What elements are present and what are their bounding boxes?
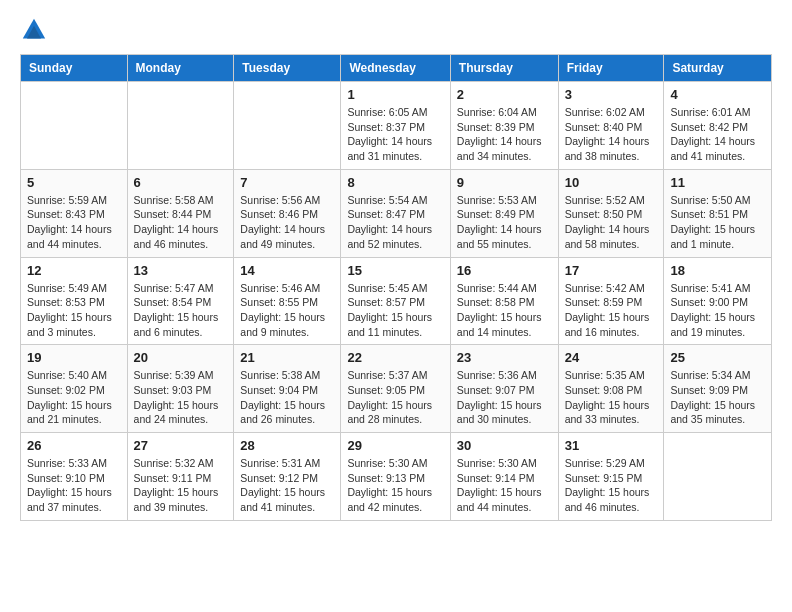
day-number: 7 — [240, 175, 334, 190]
calendar-cell: 19Sunrise: 5:40 AMSunset: 9:02 PMDayligh… — [21, 345, 128, 433]
day-number: 6 — [134, 175, 228, 190]
calendar-week-2: 5Sunrise: 5:59 AMSunset: 8:43 PMDaylight… — [21, 169, 772, 257]
calendar-cell: 29Sunrise: 5:30 AMSunset: 9:13 PMDayligh… — [341, 433, 450, 521]
calendar-header-saturday: Saturday — [664, 55, 772, 82]
calendar-cell: 24Sunrise: 5:35 AMSunset: 9:08 PMDayligh… — [558, 345, 664, 433]
day-info: Sunrise: 5:30 AMSunset: 9:14 PMDaylight:… — [457, 456, 552, 515]
day-number: 13 — [134, 263, 228, 278]
day-info: Sunrise: 5:36 AMSunset: 9:07 PMDaylight:… — [457, 368, 552, 427]
calendar-cell: 15Sunrise: 5:45 AMSunset: 8:57 PMDayligh… — [341, 257, 450, 345]
day-info: Sunrise: 5:44 AMSunset: 8:58 PMDaylight:… — [457, 281, 552, 340]
day-number: 26 — [27, 438, 121, 453]
day-info: Sunrise: 5:31 AMSunset: 9:12 PMDaylight:… — [240, 456, 334, 515]
day-number: 1 — [347, 87, 443, 102]
logo-icon — [20, 16, 48, 44]
day-number: 4 — [670, 87, 765, 102]
calendar-header-row: SundayMondayTuesdayWednesdayThursdayFrid… — [21, 55, 772, 82]
day-info: Sunrise: 5:46 AMSunset: 8:55 PMDaylight:… — [240, 281, 334, 340]
day-number: 27 — [134, 438, 228, 453]
calendar-cell: 3Sunrise: 6:02 AMSunset: 8:40 PMDaylight… — [558, 82, 664, 170]
header — [20, 16, 772, 44]
calendar-cell — [21, 82, 128, 170]
day-number: 18 — [670, 263, 765, 278]
calendar-table: SundayMondayTuesdayWednesdayThursdayFrid… — [20, 54, 772, 521]
calendar-header-thursday: Thursday — [450, 55, 558, 82]
day-number: 22 — [347, 350, 443, 365]
day-number: 8 — [347, 175, 443, 190]
calendar-cell: 12Sunrise: 5:49 AMSunset: 8:53 PMDayligh… — [21, 257, 128, 345]
calendar-week-3: 12Sunrise: 5:49 AMSunset: 8:53 PMDayligh… — [21, 257, 772, 345]
calendar-cell: 21Sunrise: 5:38 AMSunset: 9:04 PMDayligh… — [234, 345, 341, 433]
day-info: Sunrise: 5:49 AMSunset: 8:53 PMDaylight:… — [27, 281, 121, 340]
calendar-cell — [127, 82, 234, 170]
calendar-cell: 5Sunrise: 5:59 AMSunset: 8:43 PMDaylight… — [21, 169, 128, 257]
day-number: 14 — [240, 263, 334, 278]
day-number: 12 — [27, 263, 121, 278]
day-info: Sunrise: 5:32 AMSunset: 9:11 PMDaylight:… — [134, 456, 228, 515]
calendar-week-4: 19Sunrise: 5:40 AMSunset: 9:02 PMDayligh… — [21, 345, 772, 433]
day-info: Sunrise: 5:33 AMSunset: 9:10 PMDaylight:… — [27, 456, 121, 515]
calendar-cell: 8Sunrise: 5:54 AMSunset: 8:47 PMDaylight… — [341, 169, 450, 257]
calendar-cell: 16Sunrise: 5:44 AMSunset: 8:58 PMDayligh… — [450, 257, 558, 345]
calendar-week-5: 26Sunrise: 5:33 AMSunset: 9:10 PMDayligh… — [21, 433, 772, 521]
calendar-cell: 2Sunrise: 6:04 AMSunset: 8:39 PMDaylight… — [450, 82, 558, 170]
day-number: 21 — [240, 350, 334, 365]
calendar-cell: 10Sunrise: 5:52 AMSunset: 8:50 PMDayligh… — [558, 169, 664, 257]
calendar-header-wednesday: Wednesday — [341, 55, 450, 82]
day-number: 19 — [27, 350, 121, 365]
day-info: Sunrise: 5:50 AMSunset: 8:51 PMDaylight:… — [670, 193, 765, 252]
calendar-header-friday: Friday — [558, 55, 664, 82]
day-info: Sunrise: 5:34 AMSunset: 9:09 PMDaylight:… — [670, 368, 765, 427]
calendar-cell: 4Sunrise: 6:01 AMSunset: 8:42 PMDaylight… — [664, 82, 772, 170]
day-number: 11 — [670, 175, 765, 190]
day-number: 25 — [670, 350, 765, 365]
day-number: 24 — [565, 350, 658, 365]
day-info: Sunrise: 5:42 AMSunset: 8:59 PMDaylight:… — [565, 281, 658, 340]
calendar-cell: 20Sunrise: 5:39 AMSunset: 9:03 PMDayligh… — [127, 345, 234, 433]
calendar-cell: 17Sunrise: 5:42 AMSunset: 8:59 PMDayligh… — [558, 257, 664, 345]
day-info: Sunrise: 5:29 AMSunset: 9:15 PMDaylight:… — [565, 456, 658, 515]
day-info: Sunrise: 5:47 AMSunset: 8:54 PMDaylight:… — [134, 281, 228, 340]
day-info: Sunrise: 5:38 AMSunset: 9:04 PMDaylight:… — [240, 368, 334, 427]
calendar-cell: 13Sunrise: 5:47 AMSunset: 8:54 PMDayligh… — [127, 257, 234, 345]
calendar-cell: 30Sunrise: 5:30 AMSunset: 9:14 PMDayligh… — [450, 433, 558, 521]
day-info: Sunrise: 5:58 AMSunset: 8:44 PMDaylight:… — [134, 193, 228, 252]
day-info: Sunrise: 6:05 AMSunset: 8:37 PMDaylight:… — [347, 105, 443, 164]
day-number: 20 — [134, 350, 228, 365]
calendar-cell: 25Sunrise: 5:34 AMSunset: 9:09 PMDayligh… — [664, 345, 772, 433]
day-info: Sunrise: 5:59 AMSunset: 8:43 PMDaylight:… — [27, 193, 121, 252]
calendar-cell: 9Sunrise: 5:53 AMSunset: 8:49 PMDaylight… — [450, 169, 558, 257]
day-number: 2 — [457, 87, 552, 102]
calendar-week-1: 1Sunrise: 6:05 AMSunset: 8:37 PMDaylight… — [21, 82, 772, 170]
day-number: 30 — [457, 438, 552, 453]
calendar-cell: 31Sunrise: 5:29 AMSunset: 9:15 PMDayligh… — [558, 433, 664, 521]
calendar-cell: 11Sunrise: 5:50 AMSunset: 8:51 PMDayligh… — [664, 169, 772, 257]
calendar-cell — [664, 433, 772, 521]
day-info: Sunrise: 5:39 AMSunset: 9:03 PMDaylight:… — [134, 368, 228, 427]
calendar-cell: 23Sunrise: 5:36 AMSunset: 9:07 PMDayligh… — [450, 345, 558, 433]
day-info: Sunrise: 5:53 AMSunset: 8:49 PMDaylight:… — [457, 193, 552, 252]
day-info: Sunrise: 5:54 AMSunset: 8:47 PMDaylight:… — [347, 193, 443, 252]
day-info: Sunrise: 5:35 AMSunset: 9:08 PMDaylight:… — [565, 368, 658, 427]
calendar-header-monday: Monday — [127, 55, 234, 82]
calendar-cell: 22Sunrise: 5:37 AMSunset: 9:05 PMDayligh… — [341, 345, 450, 433]
day-info: Sunrise: 5:52 AMSunset: 8:50 PMDaylight:… — [565, 193, 658, 252]
day-info: Sunrise: 6:01 AMSunset: 8:42 PMDaylight:… — [670, 105, 765, 164]
day-number: 23 — [457, 350, 552, 365]
calendar-header-tuesday: Tuesday — [234, 55, 341, 82]
calendar-cell: 26Sunrise: 5:33 AMSunset: 9:10 PMDayligh… — [21, 433, 128, 521]
calendar-cell: 1Sunrise: 6:05 AMSunset: 8:37 PMDaylight… — [341, 82, 450, 170]
day-info: Sunrise: 5:30 AMSunset: 9:13 PMDaylight:… — [347, 456, 443, 515]
day-info: Sunrise: 5:37 AMSunset: 9:05 PMDaylight:… — [347, 368, 443, 427]
day-number: 28 — [240, 438, 334, 453]
calendar-cell: 18Sunrise: 5:41 AMSunset: 9:00 PMDayligh… — [664, 257, 772, 345]
day-info: Sunrise: 5:41 AMSunset: 9:00 PMDaylight:… — [670, 281, 765, 340]
calendar-cell: 27Sunrise: 5:32 AMSunset: 9:11 PMDayligh… — [127, 433, 234, 521]
calendar-cell: 7Sunrise: 5:56 AMSunset: 8:46 PMDaylight… — [234, 169, 341, 257]
day-number: 17 — [565, 263, 658, 278]
day-info: Sunrise: 5:40 AMSunset: 9:02 PMDaylight:… — [27, 368, 121, 427]
page: SundayMondayTuesdayWednesdayThursdayFrid… — [0, 0, 792, 537]
calendar-cell: 6Sunrise: 5:58 AMSunset: 8:44 PMDaylight… — [127, 169, 234, 257]
day-number: 10 — [565, 175, 658, 190]
calendar-cell: 28Sunrise: 5:31 AMSunset: 9:12 PMDayligh… — [234, 433, 341, 521]
